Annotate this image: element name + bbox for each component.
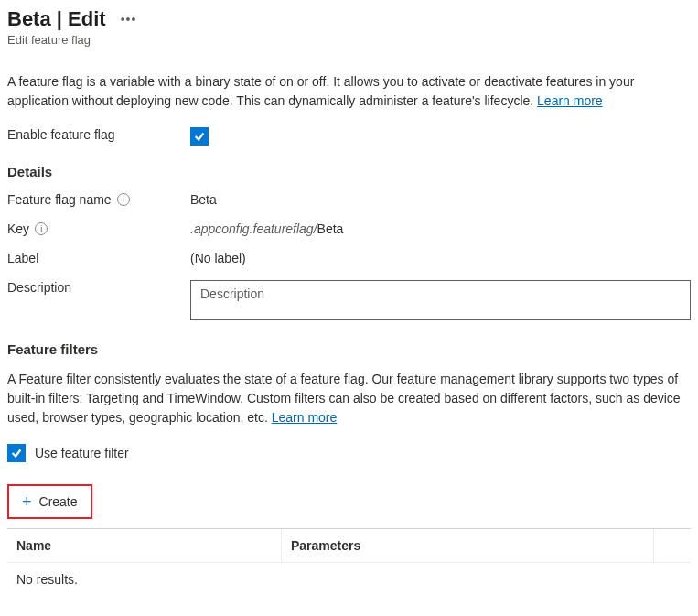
use-filter-checkbox[interactable] [7,444,26,462]
label-value: (No label) [190,251,691,265]
use-filter-label: Use feature filter [35,446,129,460]
intro-learn-more-link[interactable]: Learn more [537,93,603,108]
label-label: Label [7,251,190,265]
info-icon[interactable]: i [117,193,130,206]
filters-table: Name Parameters No results. [7,528,691,596]
flag-name-value: Beta [190,192,691,207]
filters-learn-more-link[interactable]: Learn more [272,410,338,425]
description-label: Description [7,280,190,295]
details-heading: Details [7,164,691,179]
key-value: .appconfig.featureflag/Beta [190,222,691,236]
column-header-parameters[interactable]: Parameters [282,529,654,563]
key-prefix: .appconfig.featureflag/ [190,222,317,236]
filters-intro-text: A Feature filter consistently evaluates … [7,370,691,427]
enable-flag-checkbox[interactable] [190,127,209,146]
page-subtitle: Edit feature flag [7,33,691,47]
table-empty-row: No results. [7,563,691,596]
filters-heading: Feature filters [7,341,691,357]
column-header-actions [654,529,691,563]
enable-flag-label: Enable feature flag [7,127,190,142]
plus-icon: + [22,493,32,510]
create-button-highlight: + Create [7,484,92,519]
checkmark-icon [10,447,23,459]
more-icon[interactable]: ••• [121,12,137,27]
create-button[interactable]: + Create [13,490,87,513]
info-icon[interactable]: i [35,222,48,235]
description-input[interactable] [190,280,691,320]
create-label: Create [39,494,78,509]
column-header-name[interactable]: Name [7,529,282,563]
page-title: Beta | Edit [7,7,106,31]
filters-intro-body: A Feature filter consistently evaluates … [7,372,681,425]
flag-name-label: Feature flag name [7,192,112,207]
intro-text: A feature flag is a variable with a bina… [7,72,691,111]
checkmark-icon [193,130,206,143]
key-label: Key [7,222,29,236]
key-suffix: Beta [317,222,344,236]
